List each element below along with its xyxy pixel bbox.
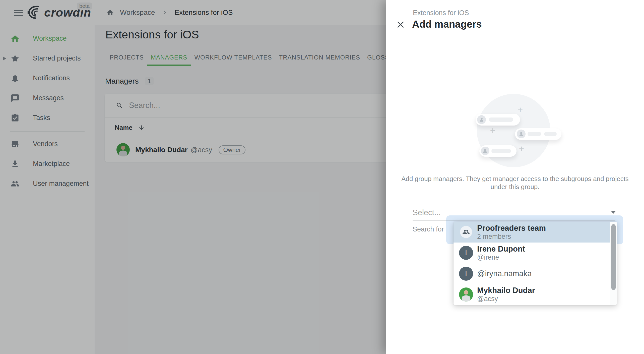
avatar (459, 287, 473, 302)
modal-backdrop[interactable] (0, 0, 386, 354)
illustration-pill (476, 114, 520, 126)
select-underline (413, 220, 615, 220)
placeholder-bar (528, 132, 541, 136)
menu-option-proofreaders-team[interactable]: Proofreaders team 2 members (454, 222, 617, 243)
initial-avatar: I (459, 246, 473, 260)
person-icon (477, 115, 486, 124)
placeholder-bar (489, 117, 513, 122)
people-icon (460, 226, 472, 238)
illustration-pill (479, 145, 517, 157)
add-managers-panel: Extensions for iOS Add managers + + + (386, 0, 644, 354)
option-title: @iryna.namaka (477, 269, 532, 278)
initial-avatar: I (459, 267, 473, 281)
avatar: I (459, 267, 473, 281)
option-title: Proofreaders team (477, 224, 546, 233)
panel-title: Add managers (412, 19, 482, 30)
menu-option-iryna-namaka[interactable]: I @iryna.namaka (454, 263, 617, 284)
option-subtitle: 2 members (477, 233, 546, 241)
dropdown-scrollbar[interactable] (610, 222, 617, 305)
menu-option-irene-dupont[interactable]: I Irene Dupont @irene (454, 243, 617, 263)
user-photo-avatar (459, 287, 473, 302)
person-icon (481, 147, 489, 155)
app-window: crowdin beta Workspace Extensions for iO… (0, 0, 644, 354)
avatar: I (459, 246, 473, 260)
option-subtitle: @acsy (477, 295, 535, 303)
member-dropdown-menu: Proofreaders team 2 members I Irene Dupo… (454, 222, 617, 305)
avatar (459, 225, 473, 239)
panel-subtitle: Extensions for iOS (413, 9, 469, 17)
caret-down-icon[interactable] (611, 211, 616, 214)
person-icon (517, 130, 526, 138)
member-select[interactable]: Select... (413, 208, 441, 217)
option-title: Mykhailo Dudar (477, 286, 535, 295)
panel-description: Add group managers. They get manager acc… (386, 175, 644, 191)
placeholder-bar (544, 132, 557, 136)
close-icon[interactable] (395, 19, 406, 30)
description-line: Add group managers. They get manager acc… (386, 175, 644, 183)
option-title: Irene Dupont (477, 245, 525, 254)
plus-icon: + (488, 126, 497, 135)
description-line: under this group. (386, 183, 644, 191)
option-subtitle: @irene (477, 254, 525, 261)
scrollbar-thumb[interactable] (611, 224, 616, 290)
plus-icon: + (517, 145, 526, 153)
illustration-pill (515, 128, 561, 140)
placeholder-bar (491, 149, 511, 153)
menu-option-mykhailo-dudar[interactable]: Mykhailo Dudar @acsy (454, 284, 617, 305)
plus-icon: + (516, 106, 525, 114)
